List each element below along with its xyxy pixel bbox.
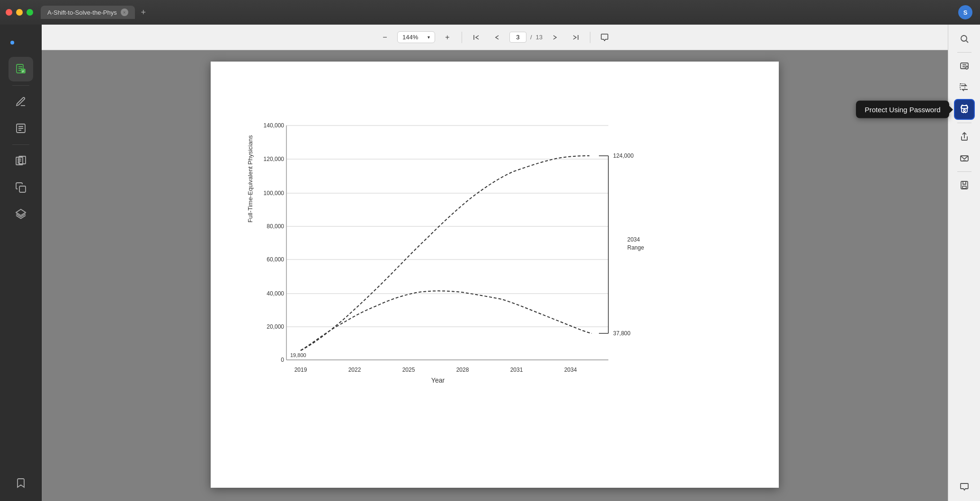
save-icon xyxy=(960,180,969,190)
share-button[interactable] xyxy=(954,126,975,147)
email-icon xyxy=(960,153,969,163)
titlebar: A-Shift-to-Solve-the-Phys × + S xyxy=(0,0,980,25)
comment-icon xyxy=(600,33,609,42)
protect-icon xyxy=(960,105,969,114)
zoom-out-button[interactable]: − xyxy=(376,29,393,46)
sidebar-item-pages[interactable] xyxy=(9,149,33,173)
traffic-lights xyxy=(6,9,33,16)
next-page-icon xyxy=(551,34,559,41)
total-pages: 13 xyxy=(536,34,543,41)
svg-text:2022: 2022 xyxy=(348,367,361,373)
sidebar-dot-indicator xyxy=(9,30,33,55)
content-area: − 144% ▾ + 3 / 13 xyxy=(42,25,948,501)
svg-text:19,800: 19,800 xyxy=(290,352,306,358)
svg-rect-44 xyxy=(960,84,965,89)
svg-text:80,000: 80,000 xyxy=(267,223,284,230)
sidebar-item-document[interactable] xyxy=(9,57,33,81)
bottom-comment-icon xyxy=(960,482,969,492)
plus-icon: + xyxy=(141,8,146,18)
y-axis-label: Full-Time-Equivalent Physicians xyxy=(247,135,254,223)
convert-button[interactable] xyxy=(954,77,975,98)
search-button[interactable] xyxy=(954,28,975,49)
svg-text:20,000: 20,000 xyxy=(267,323,284,330)
svg-text:Year: Year xyxy=(431,376,445,384)
sidebar-item-pen[interactable] xyxy=(9,89,33,114)
ocr-button[interactable] xyxy=(954,55,975,76)
svg-text:120,000: 120,000 xyxy=(264,156,285,162)
prev-page-button[interactable] xyxy=(489,29,506,46)
rs-divider-3 xyxy=(957,171,971,172)
zoom-display[interactable]: 144% ▾ xyxy=(397,31,435,43)
plus-icon: + xyxy=(445,33,449,42)
sidebar-item-layers[interactable] xyxy=(9,202,33,226)
svg-text:100,000: 100,000 xyxy=(264,190,285,197)
tab-bar: A-Shift-to-Solve-the-Phys × + xyxy=(41,6,150,19)
tab-title: A-Shift-to-Solve-the-Phys xyxy=(47,9,117,16)
svg-text:2019: 2019 xyxy=(294,367,307,373)
convert-icon xyxy=(960,83,969,92)
tab-close-button[interactable]: × xyxy=(121,9,128,16)
pdf-wrapper[interactable]: Full-Time-Equivalent Physicians 140,000 … xyxy=(42,50,948,501)
zoom-dropdown-icon: ▾ xyxy=(428,35,430,40)
page-number-input[interactable]: 3 xyxy=(509,32,526,43)
ocr-icon xyxy=(960,61,969,71)
protect-button-container: Protect Using Password xyxy=(954,99,975,120)
svg-text:0: 0 xyxy=(281,357,284,363)
separator-1 xyxy=(462,32,462,43)
close-button[interactable] xyxy=(6,9,12,16)
close-icon: × xyxy=(123,10,126,15)
svg-point-46 xyxy=(963,109,965,111)
next-page-button[interactable] xyxy=(546,29,563,46)
svg-text:2034: 2034 xyxy=(627,236,640,243)
sidebar-item-list[interactable] xyxy=(9,116,33,141)
first-page-icon xyxy=(472,34,480,41)
minus-icon: − xyxy=(383,33,387,42)
svg-rect-49 xyxy=(962,186,966,188)
last-page-icon xyxy=(572,34,579,41)
toolbar: − 144% ▾ + 3 / 13 xyxy=(42,25,948,50)
svg-text:2034: 2034 xyxy=(564,367,577,373)
comment-button[interactable] xyxy=(596,29,613,46)
new-tab-button[interactable]: + xyxy=(137,6,150,19)
save-button[interactable] xyxy=(954,175,975,196)
first-page-button[interactable] xyxy=(468,29,485,46)
share-icon xyxy=(960,132,969,141)
svg-text:2025: 2025 xyxy=(402,367,415,373)
user-avatar: S xyxy=(958,5,972,19)
sidebar-divider-1 xyxy=(12,85,29,86)
maximize-button[interactable] xyxy=(27,9,33,16)
page-separator: / xyxy=(530,34,532,41)
chart-svg: Full-Time-Equivalent Physicians 140,000 … xyxy=(239,81,665,384)
svg-text:60,000: 60,000 xyxy=(267,256,284,263)
svg-text:Range: Range xyxy=(627,244,644,251)
protect-password-button[interactable] xyxy=(954,99,975,120)
lower-curve xyxy=(301,291,592,350)
sidebar-item-bookmark[interactable] xyxy=(9,471,33,495)
sidebar-item-copy[interactable] xyxy=(9,175,33,200)
svg-text:40,000: 40,000 xyxy=(267,290,284,297)
right-sidebar: Protect Using Password xyxy=(948,25,980,501)
svg-point-41 xyxy=(961,36,967,41)
prev-page-icon xyxy=(493,34,501,41)
svg-text:37,800: 37,800 xyxy=(613,330,631,337)
upper-curve xyxy=(301,156,589,350)
pdf-page: Full-Time-Equivalent Physicians 140,000 … xyxy=(211,62,779,488)
svg-text:2031: 2031 xyxy=(510,367,523,373)
last-page-button[interactable] xyxy=(567,29,584,46)
sidebar-divider-2 xyxy=(12,144,29,145)
active-tab[interactable]: A-Shift-to-Solve-the-Phys × xyxy=(41,6,135,19)
main-layout: − 144% ▾ + 3 / 13 xyxy=(0,25,980,501)
rs-divider-1 xyxy=(957,52,971,53)
left-sidebar xyxy=(0,25,42,501)
email-button[interactable] xyxy=(954,148,975,169)
svg-text:124,000: 124,000 xyxy=(613,152,634,159)
svg-rect-48 xyxy=(961,181,968,189)
rs-divider-2 xyxy=(957,123,971,123)
search-icon xyxy=(960,34,969,44)
minimize-button[interactable] xyxy=(16,9,23,16)
bottom-comment-button[interactable] xyxy=(954,476,975,497)
svg-text:2028: 2028 xyxy=(456,367,469,373)
separator-2 xyxy=(590,32,590,43)
zoom-in-button[interactable]: + xyxy=(439,29,456,46)
svg-text:140,000: 140,000 xyxy=(264,122,285,129)
